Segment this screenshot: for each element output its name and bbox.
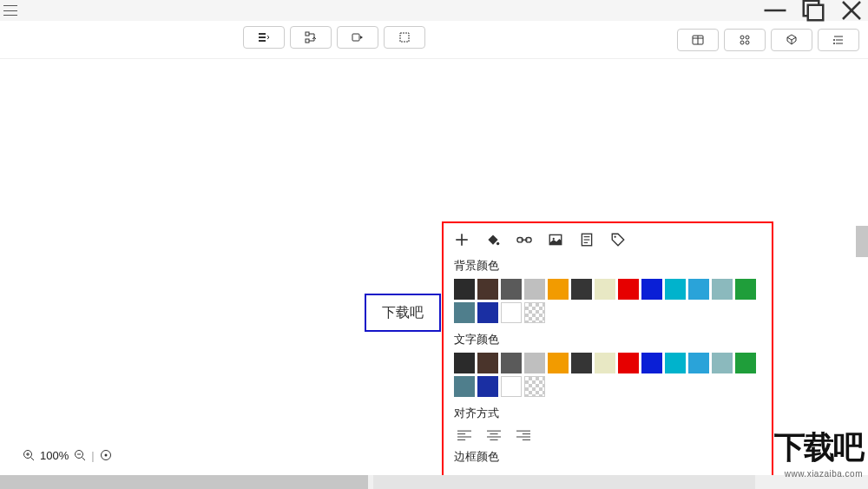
toolbar-right-btn-2[interactable]: [724, 29, 766, 51]
svg-point-34: [553, 238, 555, 240]
align-label: 对齐方式: [444, 402, 772, 426]
bg-swatch-1[interactable]: [477, 279, 498, 300]
watermark-brand: 下载吧: [774, 426, 863, 469]
toolbar-right-btn-3[interactable]: [771, 29, 812, 51]
toolbar-right-btn-1[interactable]: [677, 29, 719, 51]
title-bar: [0, 0, 868, 21]
zoom-in-icon[interactable]: [23, 449, 35, 461]
window-controls: [762, 0, 865, 21]
horizontal-scrollbar-thumb2[interactable]: [373, 475, 755, 489]
text-color-label: 文字颜色: [444, 328, 772, 353]
svg-point-39: [615, 236, 616, 238]
text-swatch-16[interactable]: [524, 376, 545, 397]
zoom-out-icon[interactable]: [74, 449, 86, 461]
toolbar: [0, 21, 868, 59]
svg-rect-14: [400, 33, 409, 42]
text-swatch-1[interactable]: [477, 353, 498, 373]
toolbar-right-btn-4[interactable]: [818, 29, 859, 51]
text-swatch-10[interactable]: [688, 353, 709, 373]
text-swatch-7[interactable]: [618, 353, 639, 373]
bg-swatch-6[interactable]: [595, 279, 615, 300]
text-swatch-6[interactable]: [595, 353, 615, 373]
watermark-url: www.xiazaiba.com: [774, 469, 863, 479]
bg-swatch-10[interactable]: [688, 279, 709, 300]
bg-swatch-0[interactable]: [454, 279, 475, 300]
text-swatch-9[interactable]: [665, 353, 686, 373]
divider: |: [91, 449, 94, 462]
fill-icon[interactable]: [485, 232, 501, 248]
svg-rect-7: [259, 40, 266, 42]
toolbar-btn-4[interactable]: [384, 26, 425, 49]
close-button[interactable]: [838, 0, 865, 21]
zoom-level: 100%: [40, 449, 69, 462]
svg-point-20: [740, 41, 744, 44]
svg-rect-5: [259, 33, 266, 35]
bg-color-label: 背景颜色: [444, 254, 772, 279]
align-buttons: [444, 426, 772, 446]
bg-swatch-2[interactable]: [501, 279, 522, 300]
svg-rect-13: [352, 34, 359, 41]
toolbar-btn-2[interactable]: [290, 26, 332, 49]
svg-line-53: [31, 458, 35, 461]
svg-point-19: [746, 36, 749, 39]
style-popup: 背景颜色 文字颜色 对齐方式 边框颜色: [442, 221, 773, 479]
bg-swatch-16[interactable]: [524, 302, 545, 323]
text-swatch-13[interactable]: [454, 376, 475, 397]
bg-swatch-4[interactable]: [548, 279, 569, 300]
svg-point-25: [833, 39, 835, 41]
align-center-button[interactable]: [487, 430, 501, 442]
align-right-button[interactable]: [516, 430, 530, 442]
popup-toolbar: [444, 223, 772, 254]
bg-swatch-3[interactable]: [524, 279, 545, 300]
toolbar-btn-1[interactable]: [243, 26, 285, 49]
text-swatch-8[interactable]: [641, 353, 662, 373]
svg-rect-6: [259, 36, 266, 38]
text-swatch-2[interactable]: [501, 353, 522, 373]
border-color-label: 边框颜色: [444, 446, 772, 470]
text-swatch-4[interactable]: [548, 353, 569, 373]
status-bar: 100% |: [23, 446, 112, 465]
bg-swatch-9[interactable]: [665, 279, 686, 300]
image-icon[interactable]: [548, 232, 563, 248]
note-icon[interactable]: [579, 232, 595, 248]
fit-icon[interactable]: [100, 449, 112, 461]
maximize-button[interactable]: [800, 0, 826, 21]
node-text: 下载吧: [382, 304, 424, 322]
text-swatch-14[interactable]: [477, 376, 498, 397]
svg-rect-2: [808, 5, 824, 21]
bg-swatch-12[interactable]: [735, 279, 756, 300]
text-swatch-3[interactable]: [524, 353, 545, 373]
text-swatch-0[interactable]: [454, 353, 475, 373]
horizontal-scrollbar-thumb[interactable]: [0, 475, 368, 489]
text-color-swatches: [444, 353, 772, 402]
mindmap-node[interactable]: 下载吧: [365, 294, 441, 332]
minimize-button[interactable]: [762, 0, 788, 21]
svg-rect-9: [306, 39, 309, 43]
bg-swatch-8[interactable]: [641, 279, 662, 300]
text-swatch-12[interactable]: [735, 353, 756, 373]
svg-point-18: [740, 36, 744, 39]
svg-line-57: [82, 458, 86, 461]
menu-icon[interactable]: [3, 5, 17, 16]
toolbar-btn-3[interactable]: [337, 26, 378, 49]
svg-rect-8: [306, 32, 309, 36]
text-swatch-15[interactable]: [501, 376, 522, 397]
bg-swatch-14[interactable]: [477, 302, 498, 323]
svg-point-60: [104, 454, 107, 457]
align-left-button[interactable]: [457, 430, 471, 442]
add-icon[interactable]: [454, 232, 470, 248]
vertical-scrollbar[interactable]: [856, 226, 868, 257]
text-swatch-5[interactable]: [571, 353, 592, 373]
bg-swatch-15[interactable]: [501, 302, 522, 323]
link-icon[interactable]: [516, 232, 532, 248]
watermark: 下载吧 www.xiazaiba.com: [774, 426, 863, 479]
bg-swatch-7[interactable]: [618, 279, 639, 300]
bg-swatch-13[interactable]: [454, 302, 475, 323]
svg-point-21: [746, 41, 749, 44]
horizontal-scrollbar-track[interactable]: [0, 475, 868, 489]
text-swatch-11[interactable]: [712, 353, 733, 373]
bg-swatch-5[interactable]: [571, 279, 592, 300]
svg-point-29: [496, 242, 499, 245]
tag-icon[interactable]: [610, 232, 626, 248]
bg-swatch-11[interactable]: [712, 279, 733, 300]
